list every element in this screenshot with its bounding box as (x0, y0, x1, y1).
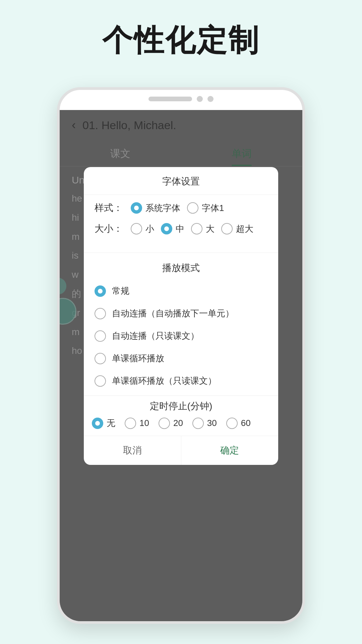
size-label: 大小： (95, 222, 123, 235)
timer-option-30[interactable]: 30 (192, 418, 217, 429)
size-option-medium[interactable]: 中 (161, 223, 184, 235)
style-row: 样式： 系统字体 字体1 (95, 202, 267, 214)
style-option-font1[interactable]: 字体1 (187, 202, 224, 214)
page-title: 个性化定制 (0, 0, 362, 61)
size-row: 大小： 小 中 (95, 222, 267, 235)
timer-radio-30[interactable] (192, 418, 204, 429)
timer-label-none: 无 (107, 417, 115, 429)
style-radio-group: 系统字体 字体1 (131, 202, 224, 214)
style-radio-system[interactable] (131, 202, 142, 214)
divider-1 (84, 253, 278, 253)
playmode-label-loop: 单课循环播放 (112, 353, 164, 364)
timer-label-10: 10 (139, 418, 149, 428)
timer-option-20[interactable]: 20 (159, 418, 183, 429)
size-radio-xlarge[interactable] (221, 223, 233, 234)
size-option-small[interactable]: 小 (131, 223, 154, 235)
style-option-system[interactable]: 系统字体 (131, 202, 180, 214)
playmode-radio-loop-text[interactable] (95, 375, 106, 387)
size-radio-small[interactable] (131, 223, 142, 234)
style-label: 样式： (95, 202, 123, 214)
size-radio-medium[interactable] (161, 223, 172, 234)
timer-option-10[interactable]: 10 (125, 418, 149, 429)
size-option-large[interactable]: 大 (191, 223, 215, 235)
playmode-section-title: 播放模式 (84, 256, 278, 280)
playmode-radio-normal[interactable] (95, 285, 106, 297)
timer-radio-60[interactable] (226, 418, 238, 429)
playmode-auto-next[interactable]: 自动连播（自动播放下一单元） (95, 302, 267, 325)
timer-label-20: 20 (173, 418, 183, 428)
playmode-normal[interactable]: 常规 (95, 280, 267, 302)
cancel-button[interactable]: 取消 (84, 436, 181, 465)
timer-radio-10[interactable] (125, 418, 136, 429)
notch-circle-1 (197, 96, 203, 102)
notch-pill (148, 97, 192, 101)
confirm-button[interactable]: 确定 (181, 436, 279, 465)
playmode-loop-text[interactable]: 单课循环播放（只读课文） (95, 370, 267, 392)
settings-dialog: 字体设置 样式： 系统字体 (84, 167, 278, 465)
timer-section-title: 定时停止(分钟) (84, 395, 278, 417)
timer-label-30: 30 (207, 418, 217, 428)
style-radio-font1[interactable] (187, 202, 198, 214)
dialog-overlay: 字体设置 样式： 系统字体 (60, 110, 302, 621)
playmode-label-loop-text: 单课循环播放（只读课文） (112, 375, 217, 387)
style-label-system: 系统字体 (145, 202, 180, 214)
playmode-radio-auto-text[interactable] (95, 330, 106, 342)
playmode-radio-auto-next[interactable] (95, 308, 106, 319)
timer-radio-20[interactable] (159, 418, 170, 429)
size-label-small: 小 (145, 223, 154, 235)
timer-option-60[interactable]: 60 (226, 418, 251, 429)
style-label-font1: 字体1 (202, 202, 224, 214)
size-label-medium: 中 (176, 223, 184, 235)
size-option-xlarge[interactable]: 超大 (221, 223, 253, 235)
playmode-label-normal: 常规 (112, 285, 129, 297)
timer-options: 无 10 20 30 (84, 417, 278, 436)
phone-frame: ‹ 01. Hello, Michael. 课文 单词 Unit 1 he hi… (57, 87, 305, 624)
playmode-label-auto-text: 自动连播（只读课文） (112, 330, 199, 342)
playmode-loop[interactable]: 单课循环播放 (95, 347, 267, 370)
size-radio-large[interactable] (191, 223, 202, 234)
playmode-auto-text[interactable]: 自动连播（只读课文） (95, 325, 267, 347)
playmode-radio-loop[interactable] (95, 353, 106, 364)
size-label-large: 大 (206, 223, 215, 235)
size-label-xlarge: 超大 (236, 223, 253, 235)
phone-screen: ‹ 01. Hello, Michael. 课文 单词 Unit 1 he hi… (60, 110, 302, 621)
playmode-options: 常规 自动连播（自动播放下一单元） 自动连播（只读课文） 单课循环播放 (84, 280, 278, 395)
timer-radio-none[interactable] (92, 418, 103, 429)
timer-row: 无 10 20 30 (92, 417, 270, 429)
size-radio-group: 小 中 大 (131, 223, 253, 235)
timer-option-none[interactable]: 无 (92, 417, 115, 429)
playmode-label-auto-next: 自动连播（自动播放下一单元） (112, 308, 234, 319)
notch-circle-2 (207, 96, 214, 102)
dialog-footer: 取消 确定 (84, 436, 278, 465)
font-section-title: 字体设置 (84, 167, 278, 195)
phone-mockup: ‹ 01. Hello, Michael. 课文 单词 Unit 1 he hi… (57, 87, 305, 624)
timer-label-60: 60 (241, 418, 251, 428)
font-section-content: 样式： 系统字体 字体1 (84, 195, 278, 250)
phone-notch (148, 96, 214, 102)
